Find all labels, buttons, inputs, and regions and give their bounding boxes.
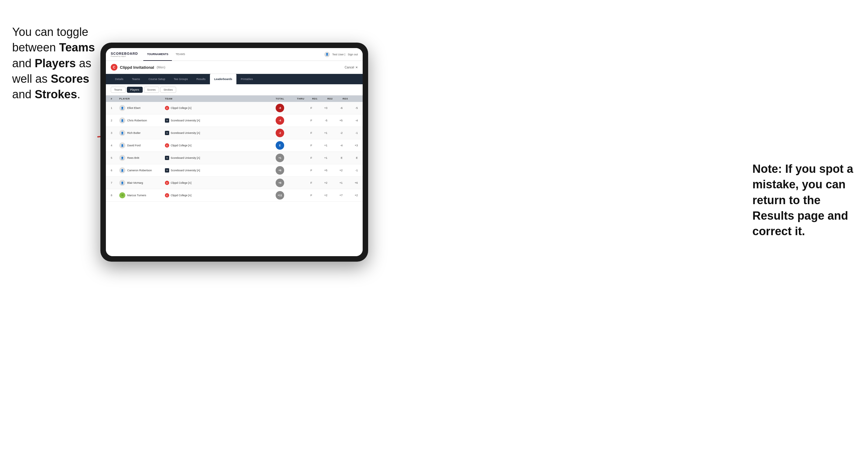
logo-text: SCOREBOARD <box>111 52 138 55</box>
tab-details[interactable]: Details <box>111 74 128 84</box>
table-row: 1 👤 Elliot Ebert C Clippd College [A] -8… <box>106 102 363 115</box>
tablet-screen: SCOREBOARD Powered by clippd TOURNAMENTS… <box>106 48 363 256</box>
col-player: PLAYER <box>119 97 165 100</box>
tab-printables[interactable]: Printables <box>237 74 257 84</box>
total-8: +11 <box>276 191 284 199</box>
team-cell-7: C Clippd College [A] <box>165 181 276 185</box>
toggle-scores[interactable]: Scores <box>144 87 159 93</box>
total-2: -4 <box>276 116 284 125</box>
avatar-8: 🌿 <box>119 192 125 198</box>
rd1-2: -5 <box>312 119 328 122</box>
player-cell-8: 🌿 Marcus Turners <box>119 192 165 198</box>
bold-strokes: Strokes <box>35 88 77 101</box>
tournament-gender: (Men) <box>157 65 165 69</box>
tab-tee-groups[interactable]: Tee Groups <box>169 74 192 84</box>
rd3-6: -1 <box>343 169 358 172</box>
total-7: +8 <box>276 179 284 187</box>
avatar-2: 👤 <box>119 118 125 124</box>
user-label: Test User | <box>332 53 345 56</box>
tab-results[interactable]: Results <box>192 74 210 84</box>
table-header: # PLAYER TEAM TOTAL THRU RD1 RD2 RD3 <box>106 96 363 102</box>
tournament-name: Clippd Invitational <box>120 65 154 70</box>
nav-link-teams[interactable]: TEAMS <box>172 48 189 61</box>
col-thru: THRU <box>297 97 312 100</box>
thru-8: F <box>297 194 312 197</box>
right-annotation: Note: If you spot a mistake, you can ret… <box>752 161 856 239</box>
col-pos: # <box>111 97 119 100</box>
player-name-3: Rich Butler <box>127 131 141 134</box>
leaderboard-table: # PLAYER TEAM TOTAL THRU RD1 RD2 RD3 1 👤… <box>106 96 363 256</box>
player-cell-7: 👤 Blair McHarg <box>119 180 165 186</box>
rd1-3: +1 <box>312 131 328 134</box>
tournament-header: C Clippd Invitational (Men) Cancel ✕ <box>106 61 363 74</box>
user-icon: 👤 <box>324 52 330 57</box>
note-label: Note: If you spot a mistake, you can ret… <box>752 162 853 238</box>
rd3-4: +3 <box>343 144 358 147</box>
table-row: 3 👤 Rich Butler S Scoreboard University … <box>106 127 363 139</box>
team-cell-8: C Clippd College [A] <box>165 193 276 197</box>
avatar-4: 👤 <box>119 143 125 149</box>
rd2-6: +2 <box>328 169 343 172</box>
rd2-2: +5 <box>328 119 343 122</box>
team-name-6: Scoreboard University [A] <box>171 169 200 172</box>
player-cell-3: 👤 Rich Butler <box>119 130 165 136</box>
table-row: 2 👤 Chris Robertson S Scoreboard Univers… <box>106 115 363 127</box>
team-logo-2: S <box>165 118 169 123</box>
team-logo-6: S <box>165 168 169 173</box>
rd1-1: +3 <box>312 106 328 110</box>
bold-players: Players <box>35 57 76 70</box>
rd2-7: +1 <box>328 181 343 184</box>
toggle-strokes[interactable]: Strokes <box>160 87 177 93</box>
thru-6: F <box>297 169 312 172</box>
rd3-3: -1 <box>343 131 358 134</box>
table-row: 4 👤 David Ford C Clippd College [A] E F … <box>106 139 363 152</box>
team-cell-5: S Scoreboard University [A] <box>165 156 276 160</box>
player-cell-2: 👤 Chris Robertson <box>119 118 165 124</box>
bold-scores: Scores <box>51 72 89 85</box>
cancel-button[interactable]: Cancel ✕ <box>345 66 358 69</box>
player-name-7: Blair McHarg <box>127 181 143 184</box>
tab-teams[interactable]: Teams <box>128 74 145 84</box>
player-cell-1: 👤 Elliot Ebert <box>119 105 165 111</box>
bold-teams: Teams <box>59 41 95 54</box>
table-row: 5 👤 Rees Britt S Scoreboard University [… <box>106 152 363 164</box>
avatar-5: 👤 <box>119 155 125 161</box>
tournament-title-row: C Clippd Invitational (Men) <box>111 64 165 70</box>
avatar-3: 👤 <box>119 130 125 136</box>
rd1-5: +1 <box>312 156 328 159</box>
toggle-teams[interactable]: Teams <box>111 87 126 93</box>
sign-out-link[interactable]: Sign out <box>348 53 358 56</box>
pos-2: 2 <box>111 119 119 122</box>
rd2-8: +7 <box>328 194 343 197</box>
thru-1: F <box>297 106 312 110</box>
player-name-4: David Ford <box>127 144 141 147</box>
team-cell-3: S Scoreboard University [A] <box>165 131 276 135</box>
pos-3: 3 <box>111 131 119 134</box>
player-name-8: Marcus Turners <box>127 194 146 197</box>
total-6: +6 <box>276 166 284 175</box>
toggle-players[interactable]: Players <box>127 87 143 93</box>
tab-leaderboards[interactable]: Leaderboards <box>210 74 237 84</box>
tab-course-setup[interactable]: Course Setup <box>144 74 169 84</box>
team-logo-4: C <box>165 143 169 148</box>
team-name-8: Clippd College [A] <box>171 194 191 197</box>
nav-links: TOURNAMENTS TEAMS <box>143 48 324 61</box>
player-cell-4: 👤 David Ford <box>119 143 165 149</box>
total-4: E <box>276 141 284 150</box>
rd2-3: -2 <box>328 131 343 134</box>
team-name-2: Scoreboard University [A] <box>171 119 200 122</box>
team-logo-7: C <box>165 181 169 185</box>
thru-4: F <box>297 144 312 147</box>
toggle-bar: Teams Players Scores Strokes <box>106 84 363 96</box>
rd3-7: +6 <box>343 181 358 184</box>
team-logo-1: C <box>165 106 169 110</box>
player-cell-6: 👤 Cameron Robertson <box>119 167 165 174</box>
pos-4: 4 <box>111 144 119 147</box>
table-row: 8 🌿 Marcus Turners C Clippd College [A] … <box>106 189 363 202</box>
nav-link-tournaments[interactable]: TOURNAMENTS <box>143 48 172 61</box>
left-annotation: You can toggle between Teams and Players… <box>12 24 97 102</box>
rd3-2: -4 <box>343 119 358 122</box>
rd1-6: +5 <box>312 169 328 172</box>
team-logo-5: S <box>165 156 169 160</box>
logo-area: SCOREBOARD Powered by clippd <box>111 52 138 57</box>
